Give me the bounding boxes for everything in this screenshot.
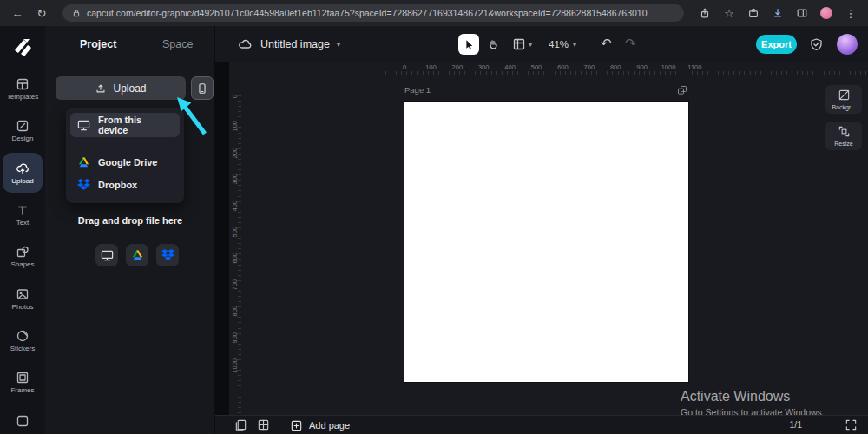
- share-icon[interactable]: [696, 4, 713, 22]
- capcut-logo[interactable]: [10, 34, 36, 60]
- document-title[interactable]: Untitled image: [260, 38, 330, 50]
- page-label: Page 1: [404, 85, 431, 95]
- v-ruler-number: 900: [231, 332, 239, 344]
- quick-device-button[interactable]: [95, 244, 118, 266]
- extensions-icon[interactable]: [745, 4, 762, 22]
- menu-item-label: Dropbox: [98, 180, 137, 190]
- sidebar-item-templates[interactable]: Templates: [3, 69, 43, 108]
- upload-button[interactable]: Upload: [56, 76, 186, 100]
- phone-upload-button[interactable]: [191, 76, 214, 100]
- title-chevron-icon[interactable]: ▾: [337, 41, 340, 49]
- bottom-bar: Add page 1/1: [215, 415, 868, 434]
- browser-menu-icon[interactable]: ⋮: [842, 4, 859, 22]
- select-tool-button[interactable]: [458, 34, 479, 55]
- h-ruler-number: 400: [504, 63, 516, 71]
- quick-dropbox-button[interactable]: [156, 244, 179, 266]
- activate-windows-subtext: Go to Settings to activate Windows.: [681, 407, 825, 415]
- redo-icon[interactable]: ↷: [625, 36, 636, 51]
- partial-icon: [16, 414, 30, 428]
- v-ruler-number: 400: [231, 201, 239, 212]
- add-page-label: Add page: [309, 420, 350, 431]
- pages-grid-chevron-icon[interactable]: ▾: [529, 41, 532, 49]
- cursor-icon: [463, 38, 475, 50]
- h-ruler-number: 1000: [661, 63, 676, 71]
- dropbox-icon: [77, 179, 90, 191]
- sidebar-item-label: Design: [12, 135, 34, 142]
- browser-avatar[interactable]: [818, 4, 835, 22]
- page-options-icon[interactable]: [677, 85, 687, 95]
- sidebar-item-frames[interactable]: Frames: [3, 362, 43, 402]
- cloud-save-icon[interactable]: [238, 37, 252, 51]
- h-ruler-number: 900: [636, 63, 648, 71]
- v-ruler-number: 0: [231, 95, 239, 98]
- tab-space[interactable]: Space: [162, 38, 193, 50]
- v-ruler-number: 100: [231, 121, 239, 132]
- reload-icon[interactable]: ↻: [33, 4, 50, 22]
- ruler-horizontal: 010020030040050060070080090010001100: [229, 62, 868, 75]
- photos-icon: [16, 287, 30, 301]
- back-icon[interactable]: ←: [9, 4, 26, 22]
- sidebar-item-text[interactable]: Text: [3, 194, 43, 234]
- monitor-icon: [101, 249, 114, 262]
- add-page-button[interactable]: Add page: [290, 416, 350, 434]
- canvas-page[interactable]: [404, 102, 688, 382]
- sidebar-item-photos[interactable]: Photos: [3, 279, 43, 319]
- zoom-chevron-icon[interactable]: ▾: [573, 41, 576, 49]
- h-ruler-number: 200: [452, 63, 464, 71]
- pages-grid-tool-icon[interactable]: [512, 37, 526, 51]
- h-ruler-number: 600: [557, 63, 569, 71]
- side-panel-icon[interactable]: [793, 4, 811, 22]
- download-icon[interactable]: [769, 4, 786, 22]
- fit-screen-icon[interactable]: [845, 418, 858, 431]
- sidebar-item-upload[interactable]: Upload: [3, 153, 43, 193]
- upload-source-menu: From this device Google Drive: [66, 108, 184, 203]
- h-ruler-number: 0: [403, 63, 406, 71]
- v-ruler-number: 1000: [231, 358, 239, 373]
- ruler-vertical: 01002003004005006007008009001000: [229, 75, 241, 415]
- export-button[interactable]: Export: [756, 35, 797, 54]
- upload-tray-icon: [95, 82, 107, 95]
- sidebar-item-label: Photos: [12, 304, 34, 311]
- menu-item-label: From this device: [98, 115, 173, 135]
- user-avatar[interactable]: [837, 34, 858, 55]
- shield-check-icon[interactable]: [809, 37, 824, 52]
- sidebar-item-shapes[interactable]: Shapes: [3, 236, 43, 276]
- h-ruler-number: 700: [584, 63, 595, 71]
- sidebar-item-label: Shapes: [10, 261, 34, 268]
- lock-icon: [71, 8, 82, 18]
- v-ruler-number: 500: [231, 227, 239, 238]
- dropzone-text: Drag and drop file here: [45, 215, 215, 226]
- menu-item-dropbox[interactable]: Dropbox: [70, 174, 180, 196]
- background-tool-button[interactable]: Backgr...: [825, 85, 862, 114]
- zoom-level[interactable]: 41%: [549, 39, 569, 49]
- sidebar-item-label: Frames: [10, 387, 34, 394]
- sidebar-item-stickers[interactable]: Stickers: [3, 320, 43, 360]
- pages-view-icon[interactable]: [234, 418, 247, 431]
- frames-icon: [16, 371, 30, 385]
- menu-item-google-drive[interactable]: Google Drive: [70, 151, 180, 174]
- design-icon: [16, 119, 30, 133]
- panel-edge-strip: [215, 62, 229, 415]
- quick-google-drive-button[interactable]: [126, 244, 148, 266]
- layout-grid-icon[interactable]: [257, 418, 270, 431]
- v-ruler-number: 700: [231, 279, 239, 291]
- upload-cloud-icon: [16, 161, 30, 175]
- undo-icon[interactable]: ↶: [601, 36, 612, 51]
- hand-tool-icon[interactable]: [486, 37, 500, 51]
- sidebar-item-partial[interactable]: [3, 401, 43, 434]
- stickers-icon: [16, 329, 30, 343]
- phone-icon: [196, 82, 208, 95]
- address-bar[interactable]: capcut.com/editor-graphic/d492b1071c0c44…: [62, 4, 684, 22]
- sidebar-item-label: Stickers: [10, 345, 35, 352]
- shapes-icon: [16, 245, 30, 259]
- sidebar-item-design[interactable]: Design: [3, 110, 43, 150]
- background-icon: [838, 89, 851, 102]
- sidebar-item-label: Text: [16, 220, 30, 227]
- resize-tool-button[interactable]: Resize: [825, 122, 862, 150]
- upload-panel: Project Space Upload From this device: [45, 26, 215, 434]
- menu-item-from-this-device[interactable]: From this device: [70, 113, 180, 137]
- tab-project[interactable]: Project: [80, 38, 116, 50]
- h-ruler-number: 300: [478, 63, 490, 71]
- bookmark-star-icon[interactable]: ☆: [720, 4, 738, 22]
- menu-item-label: Google Drive: [98, 157, 157, 168]
